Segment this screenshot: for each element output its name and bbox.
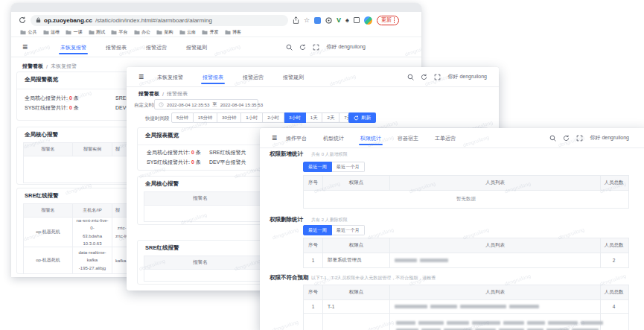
- stat-sys-redline: SYS红线报警共计:0条: [147, 159, 201, 166]
- bookmark-folder[interactable]: 平台: [111, 29, 128, 36]
- extension-spade-icon[interactable]: ♠: [345, 17, 349, 24]
- reload-icon[interactable]: [19, 16, 26, 24]
- quick-option[interactable]: 1天: [306, 112, 323, 123]
- permission-stats-window: ≡ 操作平台 机型统计 权限统计 容器宿主 工单运营 你好 dengruilon…: [260, 128, 644, 330]
- extension-square-icon[interactable]: [354, 17, 360, 23]
- table-row: 1 部署系统管理员 2: [304, 253, 628, 267]
- card-title: 全局核心报警: [25, 131, 58, 139]
- tab-machine-stats[interactable]: 机型统计: [323, 128, 344, 148]
- browser-profile-avatar[interactable]: [364, 16, 372, 25]
- card-title: 全局报警概览: [25, 76, 58, 83]
- stat-dev-clipped: DEV平台报警共: [209, 159, 246, 166]
- perm-removed-table: 序号 权限点 人员列表 人员总数 1 部署系统管理员 2: [303, 238, 629, 268]
- app-header: ≡ 未恢复报警 报警报表 报警运营 报警规则 你好 dengruilong: [127, 67, 499, 87]
- tab-alarm-report[interactable]: 报警报表: [203, 67, 223, 87]
- search-icon[interactable]: [407, 74, 414, 80]
- search-icon[interactable]: [549, 135, 556, 142]
- browser-menu-icon[interactable]: [394, 17, 395, 23]
- bookmark-folder[interactable]: 架构: [156, 29, 173, 36]
- refresh-icon: [354, 115, 359, 121]
- address-bar[interactable]: op.zuoyebang.cc/static/odin/index.html#/…: [31, 15, 288, 26]
- tab-operation-platform[interactable]: 操作平台: [286, 128, 307, 148]
- bookmark-folder[interactable]: 开发: [202, 29, 219, 36]
- section-note: 以下T-1、T-2人员权限未录入元数据管理，不符合预期，请检查: [311, 275, 436, 282]
- col-header: 人员总数: [600, 176, 627, 190]
- tab-unrecovered-alarms[interactable]: 未恢复报警: [157, 67, 183, 87]
- empty-placeholder: 暂无数据: [304, 191, 628, 208]
- quick-option-active[interactable]: 3小时: [284, 112, 306, 123]
- breadcrumb-current: 报警报表: [167, 90, 188, 98]
- col-header: 序号: [304, 238, 322, 253]
- browser-toolbar: op.zuoyebang.cc/static/odin/index.html#/…: [11, 12, 421, 28]
- refresh-icon[interactable]: [421, 74, 427, 80]
- datetime-range-input[interactable]: 2022-08-04 12:35:53 至 2022-08-04 15:35:5…: [154, 99, 258, 110]
- col-header: 权限点: [322, 176, 389, 190]
- tab-permission-stats[interactable]: 权限统计: [360, 128, 381, 148]
- tab-ticket-operation[interactable]: 工单运营: [435, 128, 456, 148]
- quick-option[interactable]: 2小时: [263, 112, 284, 123]
- browser-titlebar: [11, 3, 421, 12]
- refresh-icon[interactable]: [563, 135, 570, 142]
- menu-toggle-icon[interactable]: ≡: [272, 133, 277, 142]
- range-last-month[interactable]: 最近一个月: [332, 225, 365, 235]
- col-header: 报警名: [24, 143, 72, 156]
- fullscreen-icon[interactable]: [313, 44, 319, 51]
- quick-option[interactable]: 15分钟: [194, 112, 217, 123]
- range-last-week[interactable]: 最近一周: [303, 225, 332, 235]
- extension-screenshot-icon[interactable]: [314, 17, 321, 24]
- breadcrumb-root[interactable]: 报警看板: [22, 63, 43, 70]
- search-icon[interactable]: [286, 44, 293, 51]
- bookmark-folder[interactable]: 测试: [89, 29, 106, 36]
- card-title: SRE红线报警: [145, 244, 179, 252]
- app-header: ≡ 未恢复报警 报警报表 报警运营 报警规则 你好 dengruilong: [11, 37, 421, 57]
- bookmark-folder[interactable]: 云南: [179, 29, 197, 36]
- quick-option[interactable]: 5分钟: [171, 112, 194, 123]
- bookmark-folder[interactable]: 办公: [134, 29, 151, 36]
- tab-alarm-rules[interactable]: 报警规则: [283, 67, 304, 87]
- quick-option[interactable]: 30分钟: [217, 112, 241, 123]
- tab-alarm-rules[interactable]: 报警规则: [186, 37, 207, 57]
- menu-toggle-icon[interactable]: ≡: [138, 72, 144, 81]
- quick-time-segment: 5分钟 15分钟 30分钟 1小时 2小时 3小时 1天 2天 7天: [171, 112, 357, 123]
- share-icon[interactable]: [293, 16, 299, 24]
- stat-sre-clipped: SRE红线报警共: [209, 149, 246, 156]
- col-header: 序号: [304, 176, 322, 190]
- user-greeting[interactable]: 你好 dengruilong: [447, 73, 487, 80]
- quick-option[interactable]: 1小时: [241, 112, 263, 123]
- extension-circle-icon[interactable]: [325, 17, 332, 24]
- refresh-button[interactable]: 刷新: [348, 112, 376, 123]
- menu-toggle-icon[interactable]: ≡: [22, 42, 28, 51]
- redacted-members: [389, 253, 600, 267]
- col-header: 报警名: [24, 204, 72, 217]
- fullscreen-icon[interactable]: [576, 135, 583, 142]
- range-last-month[interactable]: 最近一个月: [332, 162, 365, 172]
- section-note: 共有 2 人删除权限: [311, 217, 348, 223]
- tab-alarm-operation[interactable]: 报警运营: [146, 37, 167, 57]
- refresh-icon[interactable]: [299, 44, 306, 51]
- fullscreen-icon[interactable]: [434, 74, 441, 80]
- url-path: /static/odin/index.html#/alarmboard/alar…: [95, 17, 212, 24]
- bookmark-folder[interactable]: 公共: [20, 29, 37, 36]
- breadcrumb-root[interactable]: 报警看板: [138, 90, 159, 98]
- table-row-partial: [304, 313, 628, 330]
- screenshot-stage: op.zuoyebang.cc/static/odin/index.html#/…: [0, 0, 644, 330]
- col-header: 人员列表: [389, 176, 600, 190]
- quick-option[interactable]: 2天: [322, 112, 339, 123]
- user-greeting[interactable]: 你好 dengruilong: [326, 43, 366, 51]
- breadcrumb: 报警看板 / 未恢复报警: [22, 63, 77, 70]
- card-title: 全局报表概览: [145, 132, 179, 139]
- browser-update-badge[interactable]: 更新: [377, 16, 400, 25]
- bookmark-folder[interactable]: 运维: [43, 29, 60, 36]
- bookmark-star-icon[interactable]: ☆: [304, 17, 310, 24]
- tab-unrecovered-alarms[interactable]: 未恢复报警: [60, 37, 86, 57]
- extension-v-icon[interactable]: V: [337, 17, 341, 24]
- tab-alarm-operation[interactable]: 报警运营: [243, 67, 264, 87]
- bookmark-folder[interactable]: 一课: [66, 29, 83, 36]
- bookmarks-bar: 公共 运维 一课 测试 平台 办公 架构 云南 开发 博客: [11, 28, 421, 37]
- tab-alarm-report[interactable]: 报警报表: [106, 37, 127, 57]
- bookmark-folder[interactable]: 博客: [225, 29, 242, 36]
- col-header: 报警名: [144, 256, 256, 269]
- tab-container-host[interactable]: 容器宿主: [398, 128, 418, 148]
- user-greeting[interactable]: 你好 dengruilong: [590, 134, 629, 142]
- range-last-week[interactable]: 最近一周: [303, 162, 332, 172]
